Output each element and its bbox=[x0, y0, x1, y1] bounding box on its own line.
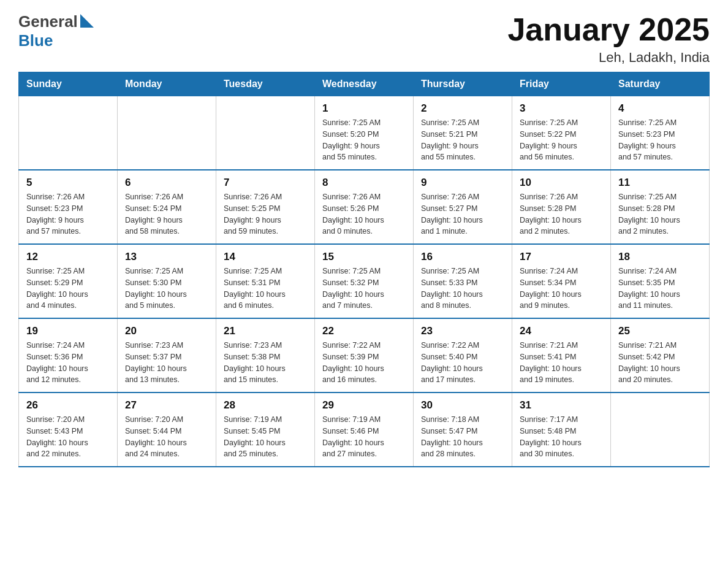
day-info: Sunrise: 7:21 AM Sunset: 5:41 PM Dayligh… bbox=[520, 340, 603, 386]
day-number: 10 bbox=[520, 177, 603, 189]
day-cell: 6Sunrise: 7:26 AM Sunset: 5:24 PM Daylig… bbox=[118, 170, 216, 244]
day-info: Sunrise: 7:24 AM Sunset: 5:36 PM Dayligh… bbox=[26, 340, 110, 386]
day-info: Sunrise: 7:24 AM Sunset: 5:35 PM Dayligh… bbox=[618, 266, 702, 312]
day-info: Sunrise: 7:22 AM Sunset: 5:39 PM Dayligh… bbox=[322, 340, 406, 386]
day-cell: 21Sunrise: 7:23 AM Sunset: 5:38 PM Dayli… bbox=[216, 318, 315, 393]
day-cell: 23Sunrise: 7:22 AM Sunset: 5:40 PM Dayli… bbox=[414, 318, 512, 393]
day-cell: 13Sunrise: 7:25 AM Sunset: 5:30 PM Dayli… bbox=[118, 244, 216, 318]
day-info: Sunrise: 7:20 AM Sunset: 5:44 PM Dayligh… bbox=[125, 414, 208, 460]
day-info: Sunrise: 7:26 AM Sunset: 5:25 PM Dayligh… bbox=[224, 191, 307, 237]
day-info: Sunrise: 7:18 AM Sunset: 5:47 PM Dayligh… bbox=[421, 414, 504, 460]
day-cell: 9Sunrise: 7:26 AM Sunset: 5:27 PM Daylig… bbox=[414, 170, 512, 244]
day-number: 18 bbox=[618, 251, 702, 263]
day-number: 27 bbox=[125, 399, 208, 412]
col-thursday: Thursday bbox=[414, 72, 512, 96]
day-cell: 2Sunrise: 7:25 AM Sunset: 5:21 PM Daylig… bbox=[414, 96, 512, 170]
day-info: Sunrise: 7:20 AM Sunset: 5:43 PM Dayligh… bbox=[26, 414, 110, 460]
day-cell: 24Sunrise: 7:21 AM Sunset: 5:41 PM Dayli… bbox=[512, 318, 611, 393]
day-number: 30 bbox=[421, 399, 504, 412]
day-cell: 12Sunrise: 7:25 AM Sunset: 5:29 PM Dayli… bbox=[19, 244, 118, 318]
day-cell: 20Sunrise: 7:23 AM Sunset: 5:37 PM Dayli… bbox=[118, 318, 216, 393]
day-cell: 15Sunrise: 7:25 AM Sunset: 5:32 PM Dayli… bbox=[315, 244, 414, 318]
day-number: 11 bbox=[618, 177, 702, 189]
day-cell: 10Sunrise: 7:26 AM Sunset: 5:28 PM Dayli… bbox=[512, 170, 611, 244]
col-wednesday: Wednesday bbox=[315, 72, 414, 96]
day-number: 17 bbox=[520, 251, 603, 263]
day-number: 14 bbox=[224, 251, 307, 263]
logo-blue-text: Blue bbox=[18, 31, 53, 50]
day-info: Sunrise: 7:25 AM Sunset: 5:23 PM Dayligh… bbox=[618, 117, 702, 163]
week-row-1: 1Sunrise: 7:25 AM Sunset: 5:20 PM Daylig… bbox=[19, 96, 710, 170]
day-number: 29 bbox=[322, 399, 406, 412]
day-info: Sunrise: 7:25 AM Sunset: 5:22 PM Dayligh… bbox=[520, 117, 603, 163]
day-cell: 1Sunrise: 7:25 AM Sunset: 5:20 PM Daylig… bbox=[315, 96, 414, 170]
week-row-3: 12Sunrise: 7:25 AM Sunset: 5:29 PM Dayli… bbox=[19, 244, 710, 318]
week-row-5: 26Sunrise: 7:20 AM Sunset: 5:43 PM Dayli… bbox=[19, 393, 710, 467]
day-info: Sunrise: 7:26 AM Sunset: 5:26 PM Dayligh… bbox=[322, 191, 406, 237]
day-cell: 19Sunrise: 7:24 AM Sunset: 5:36 PM Dayli… bbox=[19, 318, 118, 393]
week-row-4: 19Sunrise: 7:24 AM Sunset: 5:36 PM Dayli… bbox=[19, 318, 710, 393]
day-cell bbox=[611, 393, 710, 467]
day-cell: 14Sunrise: 7:25 AM Sunset: 5:31 PM Dayli… bbox=[216, 244, 315, 318]
day-cell: 17Sunrise: 7:24 AM Sunset: 5:34 PM Dayli… bbox=[512, 244, 611, 318]
day-cell: 31Sunrise: 7:17 AM Sunset: 5:48 PM Dayli… bbox=[512, 393, 611, 467]
day-cell: 7Sunrise: 7:26 AM Sunset: 5:25 PM Daylig… bbox=[216, 170, 315, 244]
calendar-header: Sunday Monday Tuesday Wednesday Thursday… bbox=[19, 72, 710, 96]
day-number: 24 bbox=[520, 325, 603, 337]
day-info: Sunrise: 7:24 AM Sunset: 5:34 PM Dayligh… bbox=[520, 266, 603, 312]
day-number: 26 bbox=[26, 399, 110, 412]
day-cell: 11Sunrise: 7:25 AM Sunset: 5:28 PM Dayli… bbox=[611, 170, 710, 244]
calendar-body: 1Sunrise: 7:25 AM Sunset: 5:20 PM Daylig… bbox=[19, 96, 710, 467]
header-row: Sunday Monday Tuesday Wednesday Thursday… bbox=[19, 72, 710, 96]
week-row-2: 5Sunrise: 7:26 AM Sunset: 5:23 PM Daylig… bbox=[19, 170, 710, 244]
day-cell bbox=[19, 96, 118, 170]
day-number: 9 bbox=[421, 177, 504, 189]
day-info: Sunrise: 7:19 AM Sunset: 5:45 PM Dayligh… bbox=[224, 414, 307, 460]
day-info: Sunrise: 7:26 AM Sunset: 5:23 PM Dayligh… bbox=[26, 191, 110, 237]
day-number: 4 bbox=[618, 102, 702, 115]
day-number: 3 bbox=[520, 102, 603, 115]
calendar-title: January 2025 bbox=[507, 12, 710, 47]
day-cell: 4Sunrise: 7:25 AM Sunset: 5:23 PM Daylig… bbox=[611, 96, 710, 170]
day-info: Sunrise: 7:25 AM Sunset: 5:31 PM Dayligh… bbox=[224, 266, 307, 312]
day-info: Sunrise: 7:26 AM Sunset: 5:28 PM Dayligh… bbox=[520, 191, 603, 237]
day-number: 8 bbox=[322, 177, 406, 189]
day-cell: 25Sunrise: 7:21 AM Sunset: 5:42 PM Dayli… bbox=[611, 318, 710, 393]
col-monday: Monday bbox=[118, 72, 216, 96]
day-cell: 26Sunrise: 7:20 AM Sunset: 5:43 PM Dayli… bbox=[19, 393, 118, 467]
logo-icon bbox=[80, 14, 94, 30]
day-number: 5 bbox=[26, 177, 110, 189]
day-cell: 8Sunrise: 7:26 AM Sunset: 5:26 PM Daylig… bbox=[315, 170, 414, 244]
day-info: Sunrise: 7:26 AM Sunset: 5:24 PM Dayligh… bbox=[125, 191, 208, 237]
day-number: 19 bbox=[26, 325, 110, 337]
day-number: 23 bbox=[421, 325, 504, 337]
day-cell bbox=[216, 96, 315, 170]
logo: General Blue bbox=[18, 12, 94, 50]
day-number: 25 bbox=[618, 325, 702, 337]
page-header: General Blue January 2025 Leh, Ladakh, I… bbox=[18, 12, 710, 66]
day-number: 13 bbox=[125, 251, 208, 263]
day-number: 15 bbox=[322, 251, 406, 263]
col-sunday: Sunday bbox=[19, 72, 118, 96]
day-cell: 29Sunrise: 7:19 AM Sunset: 5:46 PM Dayli… bbox=[315, 393, 414, 467]
day-cell: 18Sunrise: 7:24 AM Sunset: 5:35 PM Dayli… bbox=[611, 244, 710, 318]
day-info: Sunrise: 7:25 AM Sunset: 5:33 PM Dayligh… bbox=[421, 266, 504, 312]
day-number: 21 bbox=[224, 325, 307, 337]
calendar-table: Sunday Monday Tuesday Wednesday Thursday… bbox=[18, 72, 710, 467]
day-info: Sunrise: 7:19 AM Sunset: 5:46 PM Dayligh… bbox=[322, 414, 406, 460]
logo-general-text: General bbox=[18, 12, 78, 31]
day-info: Sunrise: 7:25 AM Sunset: 5:29 PM Dayligh… bbox=[26, 266, 110, 312]
day-info: Sunrise: 7:23 AM Sunset: 5:37 PM Dayligh… bbox=[125, 340, 208, 386]
day-number: 7 bbox=[224, 177, 307, 189]
day-number: 22 bbox=[322, 325, 406, 337]
day-info: Sunrise: 7:26 AM Sunset: 5:27 PM Dayligh… bbox=[421, 191, 504, 237]
day-info: Sunrise: 7:23 AM Sunset: 5:38 PM Dayligh… bbox=[224, 340, 307, 386]
day-info: Sunrise: 7:25 AM Sunset: 5:30 PM Dayligh… bbox=[125, 266, 208, 312]
day-number: 6 bbox=[125, 177, 208, 189]
col-saturday: Saturday bbox=[611, 72, 710, 96]
day-cell: 3Sunrise: 7:25 AM Sunset: 5:22 PM Daylig… bbox=[512, 96, 611, 170]
day-info: Sunrise: 7:25 AM Sunset: 5:28 PM Dayligh… bbox=[618, 191, 702, 237]
day-cell: 5Sunrise: 7:26 AM Sunset: 5:23 PM Daylig… bbox=[19, 170, 118, 244]
day-number: 16 bbox=[421, 251, 504, 263]
col-tuesday: Tuesday bbox=[216, 72, 315, 96]
